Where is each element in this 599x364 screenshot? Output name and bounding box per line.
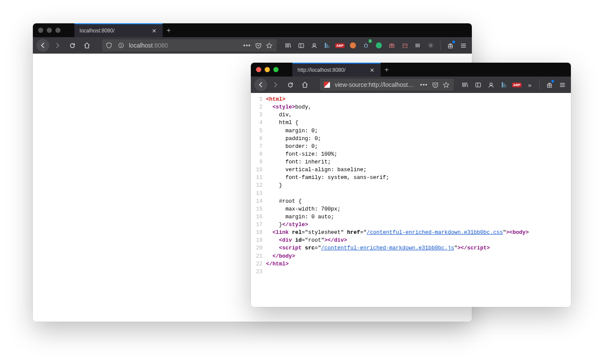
url-host: localhost bbox=[129, 42, 153, 49]
window-max-dot[interactable] bbox=[273, 67, 279, 72]
svg-rect-3 bbox=[298, 43, 303, 47]
svg-rect-6 bbox=[325, 43, 326, 48]
account-icon[interactable] bbox=[309, 40, 319, 51]
toolbar-right: ABP 1 bbox=[281, 40, 468, 51]
view-source-icon bbox=[323, 80, 331, 89]
url-text: view-source:http://localhost:8080/ bbox=[335, 81, 415, 88]
new-tab-button[interactable]: ＋ bbox=[163, 23, 175, 37]
back-button[interactable] bbox=[254, 78, 267, 91]
app-menu-icon[interactable] bbox=[458, 40, 468, 51]
svg-point-5 bbox=[313, 43, 315, 46]
extension-abp-icon[interactable]: ABP bbox=[512, 80, 522, 90]
window-controls bbox=[251, 63, 284, 77]
extension-1-icon[interactable] bbox=[322, 40, 332, 51]
page-actions-more[interactable]: ••• bbox=[420, 81, 428, 88]
whats-new-icon[interactable] bbox=[544, 80, 554, 90]
extension-gear-icon[interactable] bbox=[426, 40, 436, 51]
url-port: :8080 bbox=[153, 42, 168, 49]
tab-title: localhost:8080/ bbox=[80, 28, 146, 34]
svg-rect-15 bbox=[475, 83, 480, 86]
extension-gift-icon[interactable] bbox=[387, 40, 397, 51]
page-actions: ••• bbox=[418, 81, 451, 88]
toolbar: view-source:http://localhost:8080/ ••• bbox=[251, 77, 571, 93]
window-close-dot[interactable] bbox=[38, 28, 43, 33]
overflow-chevron-icon[interactable]: » bbox=[525, 80, 535, 90]
window-max-dot[interactable] bbox=[55, 28, 61, 33]
extension-bars-icon[interactable] bbox=[413, 40, 423, 51]
info-icon[interactable] bbox=[117, 41, 125, 50]
reload-button[interactable] bbox=[284, 78, 297, 91]
svg-point-9 bbox=[365, 44, 368, 47]
library-icon[interactable] bbox=[283, 40, 293, 51]
svg-rect-19 bbox=[503, 83, 505, 87]
page-actions: ••• bbox=[241, 42, 274, 49]
svg-rect-8 bbox=[328, 45, 330, 48]
shield-icon[interactable] bbox=[105, 41, 113, 50]
extension-abp-icon[interactable]: ABP bbox=[335, 40, 345, 51]
extension-cal-icon[interactable] bbox=[400, 40, 410, 51]
titlebar: http://localhost:8080/ ✕ ＋ bbox=[251, 63, 571, 77]
svg-rect-11 bbox=[403, 44, 407, 48]
svg-rect-18 bbox=[502, 82, 503, 87]
svg-point-1 bbox=[121, 44, 122, 45]
pocket-icon[interactable] bbox=[255, 42, 262, 49]
bookmark-star-icon[interactable] bbox=[443, 82, 449, 88]
tab-active[interactable]: localhost:8080/ ✕ bbox=[74, 23, 163, 37]
toolbar-separator bbox=[440, 41, 441, 50]
line-number-gutter: 1 2 3 4 5 6 7 8 9 10 11 12 13 14 15 16 1… bbox=[251, 96, 266, 276]
toolbar-right: ABP » bbox=[458, 80, 567, 90]
svg-rect-7 bbox=[327, 44, 328, 48]
account-icon[interactable] bbox=[486, 80, 496, 90]
reload-button[interactable] bbox=[66, 39, 79, 52]
svg-rect-20 bbox=[505, 85, 506, 87]
home-button[interactable] bbox=[80, 39, 93, 52]
extension-badge-count: 1 bbox=[368, 39, 372, 43]
svg-point-13 bbox=[430, 45, 432, 46]
window-close-dot[interactable] bbox=[256, 67, 261, 72]
titlebar: localhost:8080/ ✕ ＋ bbox=[33, 23, 472, 37]
back-button[interactable] bbox=[36, 39, 49, 52]
forward-button[interactable] bbox=[51, 39, 64, 52]
tab-close-icon[interactable]: ✕ bbox=[368, 67, 375, 73]
tab-close-icon[interactable]: ✕ bbox=[151, 27, 157, 34]
tab-title: http://localhost:8080/ bbox=[298, 67, 364, 73]
svg-rect-2 bbox=[121, 45, 121, 47]
svg-point-17 bbox=[490, 83, 492, 85]
app-menu-icon[interactable] bbox=[557, 80, 567, 90]
source-view: 1 2 3 4 5 6 7 8 9 10 11 12 13 14 15 16 1… bbox=[251, 93, 571, 276]
home-button[interactable] bbox=[298, 78, 311, 91]
notification-dot-icon bbox=[452, 41, 455, 43]
forward-button[interactable] bbox=[269, 78, 282, 91]
toolbar-separator bbox=[539, 80, 540, 89]
toolbar: localhost:8080 ••• bbox=[33, 37, 472, 54]
pocket-icon[interactable] bbox=[432, 82, 439, 88]
window-min-dot[interactable] bbox=[265, 67, 270, 72]
extension-1-icon[interactable] bbox=[499, 80, 509, 90]
window-min-dot[interactable] bbox=[47, 28, 52, 33]
url-bar[interactable]: localhost:8080 ••• bbox=[102, 39, 277, 51]
page-actions-more[interactable]: ••• bbox=[243, 42, 251, 49]
svg-point-12 bbox=[429, 43, 433, 48]
library-icon[interactable] bbox=[460, 80, 470, 90]
extension-bug-icon[interactable]: 1 bbox=[361, 40, 371, 51]
notification-dot-icon bbox=[551, 80, 554, 83]
sidebar-icon[interactable] bbox=[296, 40, 306, 51]
source-code[interactable]: <html> <style>body, div, html { margin: … bbox=[266, 96, 529, 276]
new-tab-button[interactable]: ＋ bbox=[381, 63, 393, 77]
browser-window-front: http://localhost:8080/ ✕ ＋ view-source:h… bbox=[251, 63, 571, 307]
whats-new-icon[interactable] bbox=[445, 40, 455, 51]
url-text: localhost:8080 bbox=[129, 42, 238, 49]
tab-active[interactable]: http://localhost:8080/ ✕ bbox=[292, 63, 381, 77]
url-bar[interactable]: view-source:http://localhost:8080/ ••• bbox=[320, 79, 454, 91]
sidebar-icon[interactable] bbox=[473, 80, 483, 90]
window-controls bbox=[33, 23, 66, 37]
extension-orange-icon[interactable] bbox=[348, 40, 358, 51]
bookmark-star-icon[interactable] bbox=[266, 42, 272, 49]
extension-green-icon[interactable] bbox=[374, 40, 384, 51]
page-content-source: 1 2 3 4 5 6 7 8 9 10 11 12 13 14 15 16 1… bbox=[251, 93, 571, 307]
